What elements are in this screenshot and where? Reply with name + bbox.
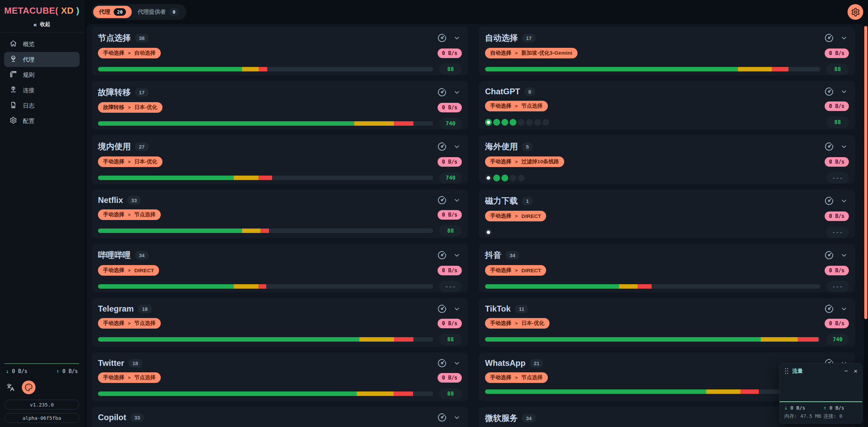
latency-distribution-bar: [98, 229, 433, 233]
latency-test-icon[interactable]: [825, 251, 834, 260]
chevron-down-icon[interactable]: [840, 252, 848, 259]
latency-test-icon[interactable]: [825, 33, 834, 42]
bar-segment-green: [98, 121, 354, 126]
proxy-count-badge: 1: [522, 197, 532, 205]
proxy-group-title[interactable]: 海外使用: [485, 141, 518, 152]
chevron-down-icon[interactable]: [840, 143, 848, 150]
proxy-group-title[interactable]: 境内使用: [98, 141, 131, 152]
sidebar-item-logs[interactable]: 日志: [4, 98, 80, 113]
proxy-node-dot[interactable]: [518, 119, 525, 126]
proxy-node-dot[interactable]: [542, 119, 549, 126]
scrollbar-thumb[interactable]: [864, 26, 867, 319]
proxy-node-dot[interactable]: [485, 229, 492, 236]
tab-label: 代理提供者: [138, 8, 166, 16]
theme-palette-button[interactable]: [22, 381, 35, 394]
latency-test-icon[interactable]: [438, 304, 446, 313]
app-logo: METACUBE( XD ): [0, 0, 84, 16]
latency-test-icon[interactable]: [825, 196, 834, 205]
chevron-down-icon[interactable]: [840, 88, 848, 95]
proxy-node-dot[interactable]: [493, 175, 500, 181]
proxy-group-title[interactable]: 节点选择: [98, 32, 131, 43]
chevron-right-icon: >: [515, 104, 518, 109]
tab-proxies[interactable]: 代理 20: [93, 6, 132, 18]
proxy-group-title[interactable]: 故障转移: [98, 87, 131, 98]
latency-test-icon[interactable]: [438, 142, 446, 151]
latency-test-icon[interactable]: [438, 359, 446, 368]
proxy-group-title[interactable]: TikTok: [485, 304, 511, 314]
sidebar-item-rules[interactable]: 规则: [4, 67, 80, 82]
proxy-group-title[interactable]: Copilot: [98, 413, 126, 422]
latency-test-icon[interactable]: [438, 196, 446, 205]
proxy-group-title[interactable]: 抖音: [485, 250, 501, 261]
proxy-count-badge: 18: [138, 305, 152, 313]
proxy-group-title[interactable]: 哔哩哔哩: [98, 250, 131, 261]
chevron-down-icon[interactable]: [453, 35, 460, 42]
proxy-group-title[interactable]: WhatsApp: [485, 358, 526, 368]
selector-type-label: 手动选择: [490, 102, 511, 110]
sidebar: METACUBE( XD ) « 收起 概览 代理 规则 连接 日志 配置: [0, 0, 84, 427]
proxy-group-card: 节点选择 38 手动选择 > 自动选择 0 B/s 88: [92, 27, 468, 75]
latency-test-icon[interactable]: [438, 33, 446, 42]
selector-type-label: 手动选择: [103, 50, 124, 57]
latency-test-icon[interactable]: [438, 413, 446, 422]
languages-icon: [6, 383, 15, 391]
build-version-button[interactable]: alpha-06f5fba: [4, 413, 79, 423]
tab-count-badge: 0: [169, 8, 179, 16]
chevron-down-icon[interactable]: [840, 305, 848, 313]
proxy-node-dot[interactable]: [501, 119, 508, 126]
chevron-down-icon[interactable]: [840, 197, 848, 205]
sidebar-item-connections[interactable]: 连接: [4, 83, 80, 98]
gear-icon: [851, 8, 860, 17]
traffic-upload-speed: 0 B/s: [829, 405, 844, 411]
traffic-panel-title: 流量: [792, 368, 803, 375]
proxy-node-dot[interactable]: [534, 119, 541, 126]
sidebar-collapse-button[interactable]: « 收起: [0, 21, 84, 28]
drag-handle-icon[interactable]: [784, 367, 789, 375]
latency-test-icon[interactable]: [825, 142, 834, 151]
proxy-count-badge: 27: [135, 142, 148, 151]
proxy-node-dot[interactable]: [518, 175, 525, 181]
latency-test-icon[interactable]: [825, 87, 834, 96]
proxy-group-title[interactable]: Twitter: [98, 358, 124, 368]
tab-proxy-providers[interactable]: 代理提供者 0: [132, 6, 185, 18]
chevron-down-icon[interactable]: [453, 143, 460, 150]
chevron-down-icon[interactable]: [453, 89, 460, 96]
close-icon[interactable]: ×: [854, 368, 857, 374]
proxy-node-dot[interactable]: [510, 175, 516, 181]
chevron-down-icon[interactable]: [840, 35, 848, 42]
proxy-count-badge: 17: [522, 34, 536, 42]
proxy-group-title[interactable]: Telegram: [98, 304, 134, 314]
chevron-down-icon[interactable]: [453, 252, 460, 259]
language-switch-button[interactable]: [6, 383, 15, 391]
proxy-group-title[interactable]: 磁力下载: [485, 195, 518, 206]
sidebar-item-overview[interactable]: 概览: [4, 37, 80, 52]
latency-test-icon[interactable]: [825, 304, 834, 313]
bar-segment-yellow: [359, 337, 394, 342]
proxy-group-title[interactable]: 自动选择: [485, 32, 518, 43]
proxy-node-dot[interactable]: [510, 119, 516, 126]
proxy-group-title[interactable]: ChatGPT: [485, 87, 520, 96]
proxy-node-dot[interactable]: [493, 119, 500, 126]
selected-proxy-badge: 手动选择 > 日本-优化: [485, 318, 550, 329]
version-button[interactable]: v1.235.0: [4, 400, 79, 410]
sidebar-item-proxies[interactable]: 代理: [4, 52, 80, 67]
proxy-node-dot[interactable]: [501, 175, 508, 181]
minimize-icon[interactable]: −: [844, 368, 848, 374]
latency-test-icon[interactable]: [438, 251, 446, 260]
proxy-node-dot[interactable]: [485, 119, 492, 126]
chevron-down-icon[interactable]: [453, 305, 460, 313]
sidebar-item-config[interactable]: 配置: [4, 113, 80, 128]
chevron-down-icon[interactable]: [453, 197, 460, 204]
proxy-node-dot[interactable]: [485, 175, 492, 181]
bar-segment-yellow: [706, 389, 740, 394]
chevron-down-icon[interactable]: [453, 414, 460, 421]
proxy-settings-button[interactable]: [848, 4, 863, 20]
selected-node-label: DIRECT: [134, 267, 154, 274]
proxy-node-dot[interactable]: [526, 119, 533, 126]
speed-badge: 0 B/s: [825, 157, 849, 167]
chevron-down-icon[interactable]: [453, 360, 460, 367]
latency-test-icon[interactable]: [438, 88, 446, 97]
proxy-group-title[interactable]: Netflix: [98, 195, 123, 205]
proxy-group-title[interactable]: 微软服务: [485, 413, 518, 424]
proxy-count-badge: 34: [506, 251, 519, 260]
